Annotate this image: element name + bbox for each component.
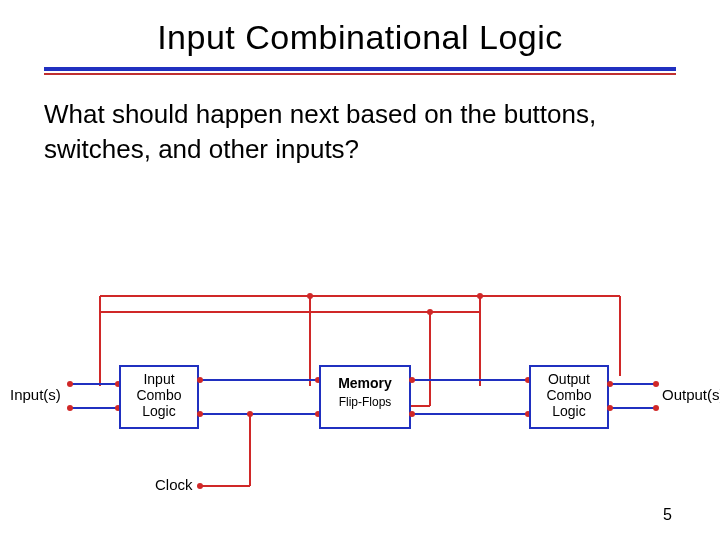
svg-point-19 [607,405,613,411]
svg-point-23 [197,483,203,489]
svg-point-2 [477,293,483,299]
block-input-combo-line3: Logic [142,403,175,419]
title-underline [44,67,676,71]
outputs-label: Output(s) [662,386,720,403]
block-input-combo-line1: Input [143,371,174,387]
clock-label: Clock [155,476,193,493]
block-memory-line2: Flip-Flops [339,395,392,409]
slide-title: Input Combinational Logic [0,0,720,57]
block-output-combo-line1: Output [548,371,590,387]
block-output-combo-line2: Combo [546,387,591,403]
block-output-combo-line3: Logic [552,403,585,419]
block-input-combo-line2: Combo [136,387,181,403]
svg-point-0 [427,309,433,315]
slide-body-text: What should happen next based on the but… [0,71,720,167]
page-number: 5 [663,506,672,524]
svg-point-22 [247,411,253,417]
svg-point-9 [197,411,203,417]
svg-point-20 [653,381,659,387]
block-memory-line1: Memory [338,375,392,391]
svg-point-14 [409,411,415,417]
svg-point-13 [409,377,415,383]
svg-point-3 [67,381,73,387]
block-diagram: Input(s) Input Combo Logic Memory Flip-F… [0,276,720,516]
svg-point-8 [197,377,203,383]
svg-point-4 [67,405,73,411]
svg-point-21 [653,405,659,411]
svg-point-1 [307,293,313,299]
svg-point-18 [607,381,613,387]
inputs-label: Input(s) [10,386,61,403]
